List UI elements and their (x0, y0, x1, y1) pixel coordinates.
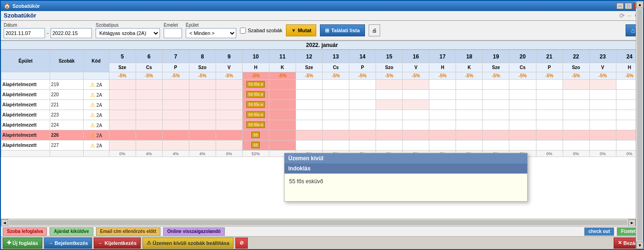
cell-224-5[interactable] (109, 120, 136, 130)
cell-220-20[interactable] (509, 90, 536, 100)
cell-223-10[interactable]: 55 fős e (242, 110, 269, 120)
extra-button[interactable]: ⊘ (235, 238, 248, 249)
cell-227-6[interactable] (136, 140, 162, 151)
cell-220-13[interactable] (323, 90, 349, 100)
cell-227-9[interactable] (216, 140, 242, 151)
cell-226-11[interactable] (269, 130, 296, 140)
cell-226-20[interactable] (509, 130, 536, 140)
cell-219-18[interactable] (456, 80, 483, 90)
cell-220-21[interactable] (536, 90, 563, 100)
scroll-thumb-v[interactable] (637, 50, 642, 219)
cell-221-21[interactable] (536, 100, 563, 110)
print-button[interactable]: 🖨 (369, 24, 380, 36)
cell-224-6[interactable] (136, 120, 162, 130)
cell-221-8[interactable] (189, 100, 216, 110)
cell-226-6[interactable] (136, 130, 162, 140)
scroll-thumb-h[interactable] (9, 220, 627, 225)
cell-221-5[interactable] (109, 100, 136, 110)
cell-224-17[interactable] (429, 120, 456, 130)
cell-221-22[interactable] (563, 100, 589, 110)
cell-219-5[interactable] (109, 80, 136, 90)
booking-bar-227[interactable]: 55 (251, 142, 260, 148)
epulet-select[interactable]: < Minden > (186, 28, 236, 38)
cell-219-17[interactable] (429, 80, 456, 90)
cell-227-10[interactable]: 55 (242, 140, 269, 151)
cell-226-22[interactable] (563, 130, 589, 140)
cell-219-10[interactable]: 55 fős e (242, 80, 269, 90)
cell-221-7[interactable] (162, 100, 189, 110)
scroll-right-button[interactable]: ► (628, 219, 636, 226)
booking-bar-224[interactable]: 55 fős e (246, 122, 265, 128)
cell-227-22[interactable] (563, 140, 589, 151)
cell-226-7[interactable] (162, 130, 189, 140)
scroll-left-button[interactable]: ◄ (1, 219, 8, 226)
cell-226-12[interactable] (296, 130, 322, 140)
cell-224-8[interactable] (189, 120, 216, 130)
cell-219-12[interactable] (296, 80, 322, 90)
cell-224-12[interactable] (296, 120, 322, 130)
cell-220-17[interactable] (429, 90, 456, 100)
cell-226-15[interactable] (376, 130, 403, 140)
cell-227-19[interactable] (483, 140, 509, 151)
cell-226-16[interactable] (403, 130, 429, 140)
cell-227-13[interactable] (323, 140, 349, 151)
cell-227-15[interactable] (376, 140, 403, 151)
cell-223-13[interactable] (323, 110, 349, 120)
cell-220-11[interactable] (269, 90, 296, 100)
cell-219-22[interactable] (563, 80, 589, 90)
cell-219-14[interactable] (349, 80, 376, 90)
cell-224-14[interactable] (349, 120, 376, 130)
cell-221-11[interactable] (269, 100, 296, 110)
cell-221-20[interactable] (509, 100, 536, 110)
cell-221-9[interactable] (216, 100, 242, 110)
cell-221-16[interactable] (403, 100, 429, 110)
cell-224-15[interactable] (376, 120, 403, 130)
cell-223-5[interactable] (109, 110, 136, 120)
cell-223-11[interactable] (269, 110, 296, 120)
talalati-button[interactable]: ⊞ Találati lista (320, 24, 365, 36)
cell-220-6[interactable] (136, 90, 162, 100)
cell-223-21[interactable] (536, 110, 563, 120)
cell-227-8[interactable] (189, 140, 216, 151)
cell-224-23[interactable] (589, 120, 616, 130)
cell-219-9[interactable] (216, 80, 242, 90)
cell-226-21[interactable] (536, 130, 563, 140)
cell-224-9[interactable] (216, 120, 242, 130)
cell-223-6[interactable] (136, 110, 162, 120)
cell-219-8[interactable] (189, 80, 216, 90)
cell-219-11[interactable] (269, 80, 296, 90)
cell-226-19[interactable] (483, 130, 509, 140)
booking-bar-219[interactable]: 55 fős e (246, 81, 265, 87)
cell-224-7[interactable] (162, 120, 189, 130)
cell-227-12[interactable] (296, 140, 322, 151)
cell-220-22[interactable] (563, 90, 589, 100)
cell-223-8[interactable] (189, 110, 216, 120)
cell-219-21[interactable] (536, 80, 563, 90)
uzemen-kivuli-button[interactable]: ⚠ Üzemen kívüli szobák beállítása (142, 238, 234, 249)
szobatipus-select[interactable]: Kétágyas szoba (2A) (96, 28, 160, 38)
minimize-button[interactable]: ─ (616, 3, 624, 9)
cell-221-18[interactable] (456, 100, 483, 110)
uj-foglalas-button[interactable]: ✚ Új foglalás (3, 238, 42, 249)
mutat-button[interactable]: ▼ Mutat (286, 24, 316, 36)
cell-227-14[interactable] (349, 140, 376, 151)
cell-219-20[interactable] (509, 80, 536, 90)
cell-226-10[interactable]: 55 (242, 130, 269, 140)
kijelentkezes-button[interactable]: ← Kijelentkezés (94, 238, 141, 249)
cell-223-20[interactable] (509, 110, 536, 120)
cell-219-13[interactable] (323, 80, 349, 90)
cell-226-9[interactable] (216, 130, 242, 140)
booking-bar-226[interactable]: 55 (251, 132, 260, 138)
cell-219-15[interactable] (376, 80, 403, 90)
cell-220-7[interactable] (162, 90, 189, 100)
cell-223-18[interactable] (456, 110, 483, 120)
cell-219-23[interactable] (589, 80, 616, 90)
cell-223-9[interactable] (216, 110, 242, 120)
cell-221-15[interactable] (376, 100, 403, 110)
cell-223-15[interactable] (376, 110, 403, 120)
cell-227-7[interactable] (162, 140, 189, 151)
cell-221-17[interactable] (429, 100, 456, 110)
cell-221-19[interactable] (483, 100, 509, 110)
cell-219-19[interactable] (483, 80, 509, 90)
cell-223-23[interactable] (589, 110, 616, 120)
